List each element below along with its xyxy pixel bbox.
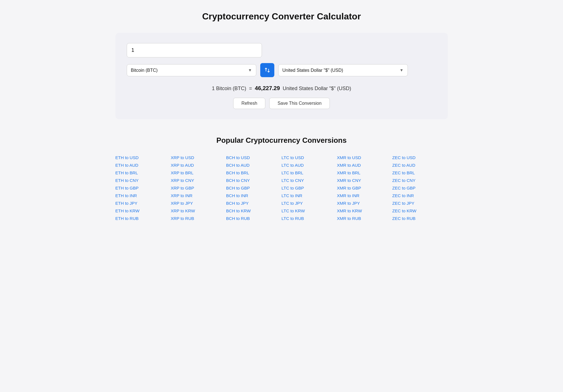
result-to-currency: United States Dollar "$" (USD) (283, 86, 351, 91)
list-item[interactable]: ZEC to BRL (392, 169, 448, 177)
list-item[interactable]: BCH to JPY (226, 199, 282, 207)
list-item[interactable]: ETH to GBP (115, 184, 171, 192)
list-item[interactable]: BCH to CNY (226, 177, 282, 184)
list-item[interactable]: LTC to KRW (282, 207, 337, 215)
list-item[interactable]: XRP to INR (171, 192, 226, 199)
list-item[interactable]: LTC to CNY (282, 177, 337, 184)
from-currency-select[interactable]: Bitcoin (BTC) (131, 68, 252, 73)
list-item[interactable]: ZEC to JPY (392, 199, 448, 207)
popular-title: Popular Cryptocurrency Conversions (115, 136, 448, 145)
conversion-column-0: ETH to USDETH to AUDETH to BRLETH to CNY… (115, 154, 171, 222)
save-conversion-button[interactable]: Save This Conversion (269, 98, 330, 109)
conversion-column-3: LTC to USDLTC to AUDLTC to BRLLTC to CNY… (282, 154, 337, 222)
list-item[interactable]: XMR to BRL (337, 169, 392, 177)
list-item[interactable]: ETH to KRW (115, 207, 171, 215)
action-buttons: Refresh Save This Conversion (127, 98, 437, 109)
conversions-grid: ETH to USDETH to AUDETH to BRLETH to CNY… (115, 154, 448, 222)
list-item[interactable]: BCH to AUD (226, 161, 282, 169)
popular-section: Popular Cryptocurrency Conversions ETH t… (115, 136, 448, 222)
selectors-row: Bitcoin (BTC) ▼ United States Dollar "$"… (127, 63, 437, 77)
list-item[interactable]: XMR to CNY (337, 177, 392, 184)
list-item[interactable]: XMR to JPY (337, 199, 392, 207)
list-item[interactable]: LTC to RUB (282, 215, 337, 222)
from-currency-wrapper: Bitcoin (BTC) ▼ (127, 64, 256, 76)
refresh-button[interactable]: Refresh (233, 98, 265, 109)
result-value: 46,227.29 (255, 85, 280, 91)
list-item[interactable]: BCH to GBP (226, 184, 282, 192)
list-item[interactable]: ZEC to USD (392, 154, 448, 161)
to-currency-wrapper: United States Dollar "$" (USD) ▼ (278, 64, 408, 76)
list-item[interactable]: ZEC to CNY (392, 177, 448, 184)
result-from-label: 1 Bitcoin (BTC) (212, 86, 246, 91)
list-item[interactable]: XRP to KRW (171, 207, 226, 215)
list-item[interactable]: ETH to AUD (115, 161, 171, 169)
list-item[interactable]: LTC to INR (282, 192, 337, 199)
swap-button[interactable] (260, 63, 274, 77)
list-item[interactable]: XRP to AUD (171, 161, 226, 169)
list-item[interactable]: XRP to RUB (171, 215, 226, 222)
conversion-column-4: XMR to USDXMR to AUDXMR to BRLXMR to CNY… (337, 154, 392, 222)
list-item[interactable]: ZEC to RUB (392, 215, 448, 222)
list-item[interactable]: XRP to BRL (171, 169, 226, 177)
conversion-column-1: XRP to USDXRP to AUDXRP to BRLXRP to CNY… (171, 154, 226, 222)
result-row: 1 Bitcoin (BTC) = 46,227.29 United State… (127, 85, 437, 92)
list-item[interactable]: ZEC to KRW (392, 207, 448, 215)
list-item[interactable]: ZEC to INR (392, 192, 448, 199)
list-item[interactable]: XMR to USD (337, 154, 392, 161)
conversion-column-5: ZEC to USDZEC to AUDZEC to BRLZEC to CNY… (392, 154, 448, 222)
list-item[interactable]: LTC to JPY (282, 199, 337, 207)
amount-input[interactable] (127, 43, 262, 57)
list-item[interactable]: BCH to KRW (226, 207, 282, 215)
list-item[interactable]: XMR to RUB (337, 215, 392, 222)
list-item[interactable]: XRP to CNY (171, 177, 226, 184)
list-item[interactable]: BCH to BRL (226, 169, 282, 177)
list-item[interactable]: BCH to RUB (226, 215, 282, 222)
conversion-column-2: BCH to USDBCH to AUDBCH to BRLBCH to CNY… (226, 154, 282, 222)
list-item[interactable]: XMR to AUD (337, 161, 392, 169)
list-item[interactable]: ETH to CNY (115, 177, 171, 184)
list-item[interactable]: XMR to GBP (337, 184, 392, 192)
list-item[interactable]: ZEC to AUD (392, 161, 448, 169)
result-equals: = (249, 86, 252, 91)
list-item[interactable]: LTC to BRL (282, 169, 337, 177)
list-item[interactable]: XRP to JPY (171, 199, 226, 207)
list-item[interactable]: XRP to GBP (171, 184, 226, 192)
list-item[interactable]: ETH to INR (115, 192, 171, 199)
list-item[interactable]: BCH to USD (226, 154, 282, 161)
list-item[interactable]: ETH to JPY (115, 199, 171, 207)
list-item[interactable]: XMR to INR (337, 192, 392, 199)
list-item[interactable]: XRP to USD (171, 154, 226, 161)
list-item[interactable]: ETH to USD (115, 154, 171, 161)
converter-card: Bitcoin (BTC) ▼ United States Dollar "$"… (115, 33, 448, 119)
to-currency-select[interactable]: United States Dollar "$" (USD) (282, 68, 404, 73)
list-item[interactable]: XMR to KRW (337, 207, 392, 215)
swap-icon (264, 67, 270, 73)
list-item[interactable]: ETH to BRL (115, 169, 171, 177)
list-item[interactable]: ETH to RUB (115, 215, 171, 222)
list-item[interactable]: LTC to USD (282, 154, 337, 161)
list-item[interactable]: LTC to GBP (282, 184, 337, 192)
page-title: Cryptocurrency Converter Calculator (115, 11, 448, 22)
list-item[interactable]: ZEC to GBP (392, 184, 448, 192)
list-item[interactable]: LTC to AUD (282, 161, 337, 169)
list-item[interactable]: BCH to INR (226, 192, 282, 199)
